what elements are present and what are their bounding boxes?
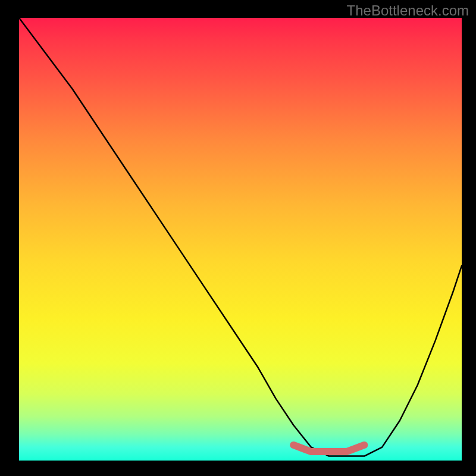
chart-container: TheBottleneck.com — [0, 0, 476, 476]
bottleneck-curve — [19, 18, 462, 456]
valley-highlight — [293, 445, 364, 452]
plot-area — [19, 18, 462, 461]
watermark-text: TheBottleneck.com — [347, 2, 469, 19]
chart-svg — [19, 18, 462, 461]
